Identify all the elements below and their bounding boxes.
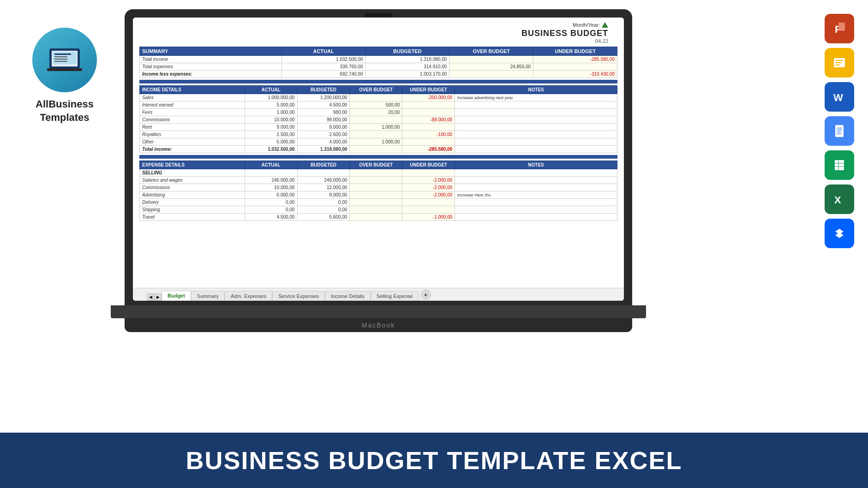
svg-text:X: X xyxy=(834,194,841,206)
tab-budget[interactable]: Budget xyxy=(162,291,191,301)
bottom-banner: BUSINESS BUDGET TEMPLATE EXCEL xyxy=(0,433,868,488)
svg-rect-6 xyxy=(54,61,67,62)
macbook-notch xyxy=(365,13,392,18)
expense-details-table: EXPENSE DETAILS ACTUAL BUDGETED OVER BUD… xyxy=(139,161,617,221)
summary-row-expenses: Total expenses 339.760,00 314.910,00 24.… xyxy=(140,63,617,71)
dropdown-triangle xyxy=(602,22,608,28)
nav-prev-arrow[interactable]: ◀ xyxy=(147,293,154,301)
expense-selling-header-row: SELLING xyxy=(140,169,617,177)
svg-rect-3 xyxy=(54,54,71,55)
summary-actual-header: ACTUAL xyxy=(281,47,365,56)
add-sheet-button[interactable]: + xyxy=(421,290,431,300)
summary-over-header: OVER BUDGET xyxy=(449,47,533,56)
income-row-sales: Sales 1.000.000,00 1.200.000,00 -200.000… xyxy=(140,94,617,101)
income-row-other: Other 5.000,00 4.000,00 1.000,00 xyxy=(140,138,617,146)
summary-row-net: Income less expenses: 692.740,00 1.003.1… xyxy=(140,71,617,78)
macbook-label: MacBook xyxy=(362,321,395,329)
svg-rect-13 xyxy=(835,60,844,61)
expense-actual-header: ACTUAL xyxy=(245,161,297,169)
spreadsheet-header: Month/Year: BUSINESS BUDGET 04-22 xyxy=(139,22,617,44)
income-row-royalties: Royalties 2.500,00 2.600,00 -100,00 xyxy=(140,131,617,138)
svg-rect-22 xyxy=(837,131,841,132)
expense-section-header: EXPENSE DETAILS xyxy=(140,161,245,169)
spreadsheet-title: BUSINESS BUDGET xyxy=(521,29,608,38)
excel-icon[interactable]: X xyxy=(825,184,854,214)
expense-notes-header: NOTES xyxy=(455,161,617,169)
month-year-label: Month/Year: xyxy=(573,22,600,28)
word-icon[interactable]: W xyxy=(825,82,854,112)
svg-text:W: W xyxy=(833,92,843,103)
svg-rect-21 xyxy=(837,130,842,131)
tab-service-expenses[interactable]: Service Expenses xyxy=(272,291,325,301)
tab-selling-expense[interactable]: Selling Expense xyxy=(371,291,419,301)
sheet-tabs-bar: ◀ ▶ Budget Summary Adm. Expenses Service… xyxy=(133,288,624,301)
divider-1 xyxy=(139,80,617,83)
expense-row-travel: Travel 4.500,00 5.600,00 -1.000,00 xyxy=(140,214,617,221)
expense-over-header: OVER BUDGET xyxy=(350,161,402,169)
brand-name: AllBusiness Templates xyxy=(36,98,94,124)
title-block: Month/Year: BUSINESS BUDGET 04-22 xyxy=(521,22,608,44)
tab-adm-expenses[interactable]: Adm. Expenses xyxy=(225,291,272,301)
banner-text: BUSINESS BUDGET TEMPLATE EXCEL xyxy=(186,446,682,475)
summary-section-header: SUMMARY xyxy=(140,47,282,56)
macbook-body: Month/Year: BUSINESS BUDGET 04-22 SUMMAR… xyxy=(125,9,632,309)
google-sheets-icon[interactable] xyxy=(825,150,854,180)
macbook-base xyxy=(111,305,646,318)
svg-rect-4 xyxy=(54,56,67,57)
income-section-header: INCOME DETAILS xyxy=(140,86,245,94)
expense-row-commissions: Commissions 10.000,00 12.000,00 -2.000,0… xyxy=(140,184,617,191)
income-row-total: Total income: 1.032.500,00 1.318.080,00 … xyxy=(140,146,617,153)
expense-row-delivery: Delivery 0,00 0,00 xyxy=(140,199,617,206)
divider-2 xyxy=(139,155,617,159)
income-row-rent: Rent 9.000,00 8.000,00 1.000,00 xyxy=(140,124,617,131)
google-slides-icon[interactable] xyxy=(825,48,854,77)
tab-summary[interactable]: Summary xyxy=(191,291,225,301)
tab-income-details[interactable]: Income Details xyxy=(325,291,371,301)
svg-rect-23 xyxy=(837,133,841,134)
dropbox-icon[interactable] xyxy=(825,219,854,248)
income-row-commissions: Commissions 10.000,00 98.000,00 -88.000,… xyxy=(140,116,617,124)
expense-row-salaries: Salaries and wages 246.000,00 248.000,00… xyxy=(140,177,617,184)
income-under-header: UNDER BUDGET xyxy=(402,86,455,94)
nav-next-arrow[interactable]: ▶ xyxy=(154,293,162,301)
svg-rect-10 xyxy=(838,23,845,31)
google-docs-icon[interactable] xyxy=(825,116,854,146)
income-row-interest: Interest earned 5.000,00 4.500,00 500,00 xyxy=(140,101,617,109)
logo-area: AllBusiness Templates xyxy=(14,28,115,124)
macbook-container: Month/Year: BUSINESS BUDGET 04-22 SUMMAR… xyxy=(125,9,632,341)
svg-rect-25 xyxy=(835,160,844,170)
expense-row-advertising: Advertising 6.000,00 8.000,00 -2.000,00 … xyxy=(140,191,617,199)
svg-rect-7 xyxy=(47,68,82,71)
month-year-row: Month/Year: xyxy=(521,22,608,28)
powerpoint-icon[interactable]: P xyxy=(825,14,854,43)
income-row-fees: Fees 1.000,00 980,00 20,00 xyxy=(140,109,617,116)
income-over-header: OVER BUDGET xyxy=(350,86,402,94)
macbook-foot: MacBook xyxy=(125,318,632,332)
summary-budgeted-header: BUDGETED xyxy=(365,47,449,56)
macbook-screen: Month/Year: BUSINESS BUDGET 04-22 SUMMAR… xyxy=(133,18,624,301)
spreadsheet-content: Month/Year: BUSINESS BUDGET 04-22 SUMMAR… xyxy=(133,18,624,301)
expense-row-shipping: Shipping 0,00 0,00 xyxy=(140,206,617,214)
summary-under-header: UNDER BUDGET xyxy=(533,47,617,56)
spreadsheet-date: 04-22 xyxy=(521,38,608,44)
income-notes-header: NOTES xyxy=(455,86,617,94)
summary-row-income: Total income 1.032.500,00 1.318.080,00 -… xyxy=(140,56,617,63)
income-actual-header: ACTUAL xyxy=(245,86,297,94)
svg-rect-14 xyxy=(835,62,842,63)
laptop-icon xyxy=(46,46,83,74)
tabs-row: ◀ ▶ Budget Summary Adm. Expenses Service… xyxy=(147,290,624,301)
income-details-table: INCOME DETAILS ACTUAL BUDGETED OVER BUDG… xyxy=(139,85,617,153)
svg-rect-5 xyxy=(54,59,67,60)
expense-budgeted-header: BUDGETED xyxy=(297,161,350,169)
expense-under-header: UNDER BUDGET xyxy=(402,161,455,169)
income-budgeted-header: BUDGETED xyxy=(297,86,350,94)
svg-rect-15 xyxy=(835,65,840,65)
logo-circle xyxy=(32,28,97,92)
app-icons-panel: P W X xyxy=(825,14,854,248)
summary-table: SUMMARY ACTUAL BUDGETED OVER BUDGET UNDE… xyxy=(139,47,617,78)
svg-rect-20 xyxy=(837,128,842,129)
svg-rect-19 xyxy=(835,125,844,137)
